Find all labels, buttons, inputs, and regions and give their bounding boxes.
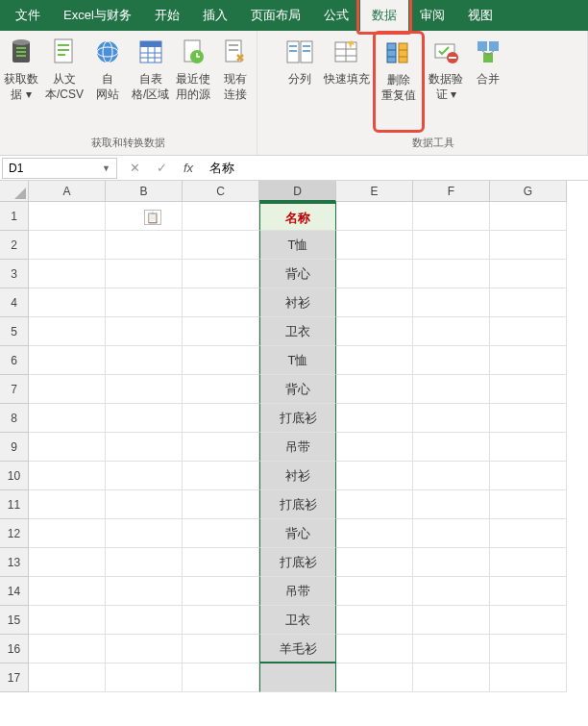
row-header-12[interactable]: 12: [0, 519, 29, 548]
cell-F5[interactable]: [413, 317, 490, 346]
cell-C2[interactable]: [183, 231, 259, 260]
cell-E1[interactable]: [336, 202, 413, 231]
cell-G5[interactable]: [490, 317, 567, 346]
cell-E14[interactable]: [336, 577, 413, 606]
name-box[interactable]: D1 ▼: [2, 158, 117, 179]
cell-E17[interactable]: [336, 663, 413, 692]
cell-F3[interactable]: [413, 260, 490, 288]
cell-E11[interactable]: [336, 490, 413, 519]
col-header-E[interactable]: E: [336, 181, 413, 202]
cell-G1[interactable]: [490, 202, 567, 231]
cell-G4[interactable]: [490, 288, 567, 317]
cancel-icon[interactable]: ✕: [121, 161, 148, 175]
cell-C11[interactable]: [183, 490, 259, 519]
row-header-14[interactable]: 14: [0, 577, 29, 606]
row-header-2[interactable]: 2: [0, 231, 29, 260]
cell-E10[interactable]: [336, 462, 413, 490]
cell-G15[interactable]: [490, 606, 567, 635]
cell-B3[interactable]: [106, 260, 183, 288]
menu-view[interactable]: 视图: [456, 0, 504, 31]
cell-A17[interactable]: [29, 663, 106, 692]
data-validation-button[interactable]: 数据验 证 ▾: [425, 31, 467, 133]
cell-D5[interactable]: 卫衣: [259, 317, 336, 346]
cell-D14[interactable]: 吊带: [259, 577, 336, 606]
row-header-10[interactable]: 10: [0, 462, 29, 490]
cell-F13[interactable]: [413, 548, 490, 577]
cell-C5[interactable]: [183, 317, 259, 346]
row-header-13[interactable]: 13: [0, 548, 29, 577]
cell-D8[interactable]: 打底衫: [259, 404, 336, 433]
cell-E9[interactable]: [336, 433, 413, 462]
cell-F6[interactable]: [413, 346, 490, 375]
col-header-A[interactable]: A: [29, 181, 106, 202]
cell-F17[interactable]: [413, 663, 490, 692]
cell-B8[interactable]: [106, 404, 183, 433]
select-all-button[interactable]: [0, 181, 29, 202]
cell-D13[interactable]: 打底衫: [259, 548, 336, 577]
cell-C17[interactable]: [183, 663, 259, 692]
cell-B6[interactable]: [106, 346, 183, 375]
cell-G6[interactable]: [490, 346, 567, 375]
recent-sources-button[interactable]: 最近使 用的源: [172, 31, 214, 133]
text-to-columns-button[interactable]: 分列: [279, 31, 321, 133]
cell-D11[interactable]: 打底衫: [259, 490, 336, 519]
menu-review[interactable]: 审阅: [408, 0, 456, 31]
existing-connections-button[interactable]: 现有 连接: [214, 31, 257, 133]
enter-icon[interactable]: ✓: [148, 161, 175, 175]
cell-F15[interactable]: [413, 606, 490, 635]
cell-A16[interactable]: [29, 635, 106, 663]
row-header-5[interactable]: 5: [0, 317, 29, 346]
cell-F16[interactable]: [413, 635, 490, 663]
cell-G3[interactable]: [490, 260, 567, 288]
cell-D12[interactable]: 背心: [259, 519, 336, 548]
paste-options-icon[interactable]: [144, 210, 161, 225]
cell-C12[interactable]: [183, 519, 259, 548]
cell-G10[interactable]: [490, 462, 567, 490]
cell-D3[interactable]: 背心: [259, 260, 336, 288]
cell-B13[interactable]: [106, 548, 183, 577]
cell-G16[interactable]: [490, 635, 567, 663]
cell-A11[interactable]: [29, 490, 106, 519]
cell-B9[interactable]: [106, 433, 183, 462]
cell-C10[interactable]: [183, 462, 259, 490]
cell-D15[interactable]: 卫衣: [259, 606, 336, 635]
cell-C7[interactable]: [183, 375, 259, 404]
cell-G8[interactable]: [490, 404, 567, 433]
row-header-17[interactable]: 17: [0, 663, 29, 692]
from-web-button[interactable]: 自 网站: [86, 31, 129, 133]
cell-D17[interactable]: [259, 663, 336, 692]
col-header-F[interactable]: F: [413, 181, 490, 202]
cell-E7[interactable]: [336, 375, 413, 404]
row-header-4[interactable]: 4: [0, 288, 29, 317]
cell-A1[interactable]: [29, 202, 106, 231]
row-header-7[interactable]: 7: [0, 375, 29, 404]
cell-F10[interactable]: [413, 462, 490, 490]
cell-B15[interactable]: [106, 606, 183, 635]
cell-C8[interactable]: [183, 404, 259, 433]
cell-C16[interactable]: [183, 635, 259, 663]
cell-G2[interactable]: [490, 231, 567, 260]
cell-G12[interactable]: [490, 519, 567, 548]
cell-G13[interactable]: [490, 548, 567, 577]
col-header-B[interactable]: B: [106, 181, 183, 202]
cell-A3[interactable]: [29, 260, 106, 288]
cell-E12[interactable]: [336, 519, 413, 548]
cell-F8[interactable]: [413, 404, 490, 433]
remove-duplicates-button[interactable]: 删除 重复值: [373, 31, 425, 133]
col-header-G[interactable]: G: [490, 181, 567, 202]
row-header-11[interactable]: 11: [0, 490, 29, 519]
cell-D6[interactable]: T恤: [259, 346, 336, 375]
col-header-C[interactable]: C: [183, 181, 259, 202]
row-header-9[interactable]: 9: [0, 433, 29, 462]
cell-D10[interactable]: 衬衫: [259, 462, 336, 490]
cell-B16[interactable]: [106, 635, 183, 663]
cell-G9[interactable]: [490, 433, 567, 462]
cell-B17[interactable]: [106, 663, 183, 692]
menu-formula[interactable]: 公式: [312, 0, 360, 31]
cell-D1[interactable]: 名称: [259, 202, 336, 231]
cell-C9[interactable]: [183, 433, 259, 462]
cell-F1[interactable]: [413, 202, 490, 231]
cell-C14[interactable]: [183, 577, 259, 606]
menu-file[interactable]: 文件: [4, 0, 52, 31]
cell-E13[interactable]: [336, 548, 413, 577]
